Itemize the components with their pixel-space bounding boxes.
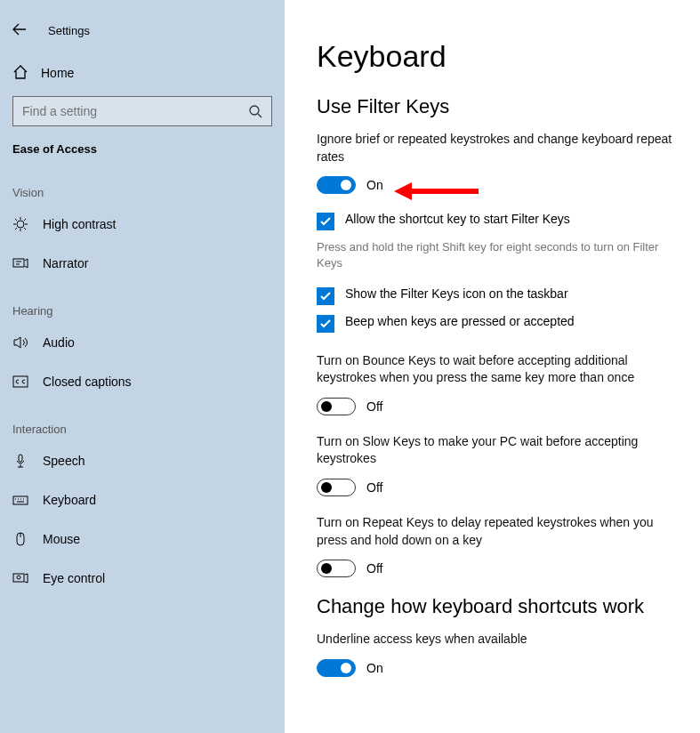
group-interaction: Interaction: [0, 401, 285, 441]
narrator-icon: [12, 255, 28, 271]
nav-label: Narrator: [43, 256, 88, 270]
search-icon: [248, 104, 262, 118]
sidebar-item-speech[interactable]: Speech: [0, 441, 285, 480]
filter-keys-desc: Ignore brief or repeated keystrokes and …: [317, 131, 682, 165]
filter-keys-toggle[interactable]: [317, 176, 356, 194]
group-hearing: Hearing: [0, 283, 285, 323]
nav-label: Keyboard: [43, 493, 96, 507]
toggle-state: Off: [366, 399, 382, 414]
sidebar-item-closed-captions[interactable]: Closed captions: [0, 362, 285, 401]
arrow-left-icon: [12, 22, 27, 36]
toggle-state: Off: [366, 480, 382, 495]
svg-point-8: [17, 576, 20, 579]
section-heading-2: Change how keyboard shortcuts work: [317, 595, 682, 618]
svg-rect-4: [19, 455, 22, 462]
check-beep[interactable]: Beep when keys are pressed or accepted: [317, 314, 682, 333]
window-title: Settings: [48, 24, 90, 37]
check-allow-shortcut[interactable]: Allow the shortcut key to start Filter K…: [317, 212, 682, 230]
group-vision: Vision: [0, 165, 285, 205]
checkbox-icon: [317, 213, 334, 230]
check-label: Show the Filter Keys icon on the taskbar: [345, 286, 568, 301]
search-box[interactable]: [12, 96, 272, 126]
back-button[interactable]: [12, 22, 48, 39]
sidebar-item-mouse[interactable]: Mouse: [0, 520, 285, 559]
category-heading: Ease of Access: [0, 126, 285, 165]
check-label: Beep when keys are pressed or accepted: [345, 314, 575, 328]
closed-captions-icon: [12, 374, 28, 390]
svg-rect-7: [13, 574, 24, 582]
page-title: Keyboard: [317, 39, 682, 74]
repeat-keys-toggle[interactable]: [317, 560, 356, 577]
search-input[interactable]: [22, 104, 248, 118]
speech-icon: [12, 453, 28, 469]
svg-point-0: [250, 106, 259, 115]
bounce-keys-toggle[interactable]: [317, 398, 356, 415]
keyboard-icon: [12, 492, 28, 508]
repeat-keys-desc: Turn on Repeat Keys to delay repeated ke…: [317, 514, 682, 549]
slow-keys-desc: Turn on Slow Keys to make your PC wait b…: [317, 433, 682, 468]
sidebar: Settings Home Ease of Access Vision High…: [0, 0, 285, 733]
underline-toggle[interactable]: [317, 659, 356, 677]
home-icon: [12, 64, 41, 83]
nav-label: Closed captions: [43, 375, 132, 389]
svg-rect-5: [13, 496, 28, 504]
slow-keys-toggle[interactable]: [317, 479, 356, 496]
toggle-state: On: [366, 661, 383, 675]
check-label: Allow the shortcut key to start Filter K…: [345, 212, 570, 226]
sidebar-item-narrator[interactable]: Narrator: [0, 244, 285, 283]
nav-label: Speech: [43, 454, 84, 468]
toggle-state: Off: [366, 561, 382, 576]
eye-control-icon: [12, 570, 28, 586]
sidebar-item-audio[interactable]: Audio: [0, 323, 285, 362]
svg-rect-3: [13, 376, 28, 387]
audio-icon: [12, 334, 28, 350]
nav-label: Audio: [43, 335, 75, 350]
sidebar-item-eye-control[interactable]: Eye control: [0, 559, 285, 598]
checkbox-icon: [317, 287, 334, 305]
nav-label: Eye control: [43, 571, 105, 585]
checkbox-icon: [317, 315, 334, 333]
content-pane: Keyboard Use Filter Keys Ignore brief or…: [285, 0, 700, 733]
high-contrast-icon: [12, 216, 28, 232]
sidebar-item-keyboard[interactable]: Keyboard: [0, 480, 285, 520]
underline-desc: Underline access keys when available: [317, 631, 682, 648]
titlebar: Settings: [0, 12, 285, 48]
sidebar-item-high-contrast[interactable]: High contrast: [0, 205, 285, 244]
mouse-icon: [12, 531, 28, 547]
nav-label: Mouse: [43, 532, 80, 546]
svg-rect-2: [13, 259, 24, 267]
home-label: Home: [41, 66, 74, 80]
bounce-keys-desc: Turn on Bounce Keys to wait before accep…: [317, 352, 682, 387]
toggle-state: On: [366, 178, 383, 192]
svg-point-1: [17, 221, 24, 228]
section-heading: Use Filter Keys: [317, 95, 682, 118]
nav-label: High contrast: [43, 217, 116, 231]
check-hint: Press and hold the right Shift key for e…: [317, 239, 682, 271]
check-taskbar-icon[interactable]: Show the Filter Keys icon on the taskbar: [317, 286, 682, 305]
home-nav[interactable]: Home: [0, 55, 285, 91]
